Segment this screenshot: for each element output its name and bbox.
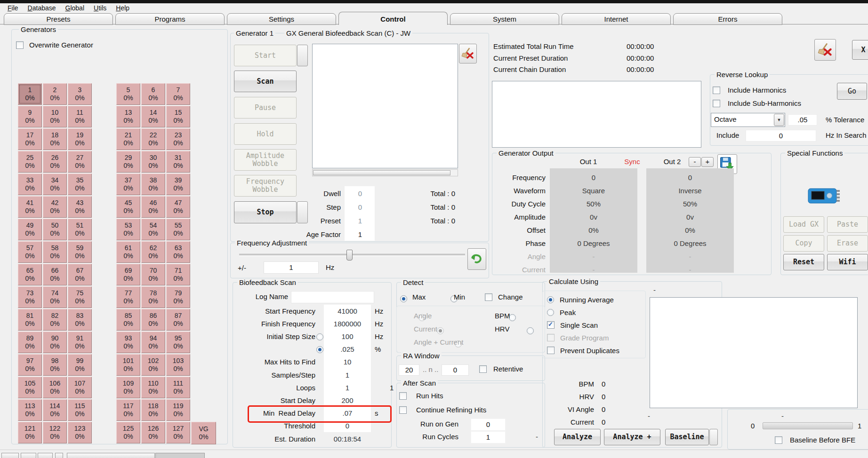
generator-53[interactable]: 530% [116, 219, 140, 240]
tab-system[interactable]: System [450, 13, 559, 25]
generator-10[interactable]: 100% [43, 106, 67, 127]
single-scan-checkbox[interactable] [547, 321, 555, 329]
generator-127[interactable]: 1270% [166, 422, 190, 443]
include-harmonics-checkbox[interactable] [713, 87, 720, 94]
generator-65[interactable]: 650% [18, 264, 42, 285]
generator-106[interactable]: 1060% [43, 377, 67, 398]
tab-internet[interactable]: Internet [562, 13, 671, 25]
generator-97[interactable]: 970% [18, 354, 42, 376]
bfs-value[interactable]: .025 [324, 345, 371, 353]
generator-38[interactable]: 380% [141, 174, 165, 195]
tab-presets[interactable]: Presets [4, 13, 113, 25]
bottom-stub-button[interactable] [1, 453, 19, 458]
generator-61[interactable]: 610% [116, 241, 140, 263]
analyze-plus-button[interactable]: Analyze + [604, 429, 660, 445]
ra-window-value1[interactable]: 20 [399, 364, 419, 376]
tab-programs[interactable]: Programs [115, 13, 225, 25]
analyze-button[interactable]: Analyze [554, 429, 601, 445]
baseline-side-handle[interactable] [709, 429, 718, 445]
start-side-handle[interactable] [297, 45, 308, 66]
tab-settings[interactable]: Settings [227, 13, 336, 25]
generator-81[interactable]: 810% [18, 309, 42, 331]
detect-hrv-radio[interactable] [527, 327, 534, 334]
generator-15[interactable]: 150% [166, 106, 190, 127]
generator-14[interactable]: 140% [141, 106, 165, 127]
initial-step-radio[interactable] [316, 333, 323, 340]
generator-73[interactable]: 730% [18, 286, 42, 308]
generator-95[interactable]: 950% [166, 332, 190, 353]
bfs-value[interactable]: 1800000 [324, 320, 371, 328]
bfs-value[interactable]: 41000 [324, 307, 371, 315]
generator-91[interactable]: 910% [68, 332, 92, 353]
generator-54[interactable]: 540% [141, 219, 165, 240]
generator-62[interactable]: 620% [141, 241, 165, 263]
clear-chain-button[interactable] [814, 39, 836, 61]
bfs-value[interactable]: 0 [324, 422, 371, 430]
select-dropdown-arrow[interactable]: ▼ [774, 114, 784, 126]
generator-117[interactable]: 1170% [116, 399, 140, 421]
frequency-reset-button[interactable] [467, 248, 486, 270]
generator-85[interactable]: 850% [116, 309, 140, 331]
generator-6[interactable]: 60% [141, 83, 165, 105]
generator-2[interactable]: 20% [43, 83, 67, 105]
generator-25[interactable]: 250% [18, 151, 42, 173]
generator-113[interactable]: 1130% [18, 399, 42, 421]
frequency-slider-thumb[interactable] [346, 250, 353, 261]
generator-1[interactable]: 10% [18, 83, 42, 105]
detect-max-radio[interactable] [400, 295, 407, 302]
generator-33[interactable]: 330% [18, 174, 42, 195]
retentive-checkbox[interactable] [479, 365, 487, 373]
run-hits-checkbox[interactable] [399, 392, 407, 400]
generator-58[interactable]: 580% [43, 241, 67, 263]
generator-5[interactable]: 50% [116, 83, 140, 105]
output-minus-button[interactable]: - [689, 157, 701, 167]
tolerance-field[interactable]: .05 [788, 114, 817, 126]
run-cycles-field[interactable]: 1 [471, 431, 506, 443]
generator-74[interactable]: 740% [43, 286, 67, 308]
tab-errors[interactable]: Errors [673, 13, 782, 25]
generator-63[interactable]: 630% [166, 241, 190, 263]
adjust-amount-field[interactable]: 1 [264, 261, 319, 274]
generator-121[interactable]: 1210% [18, 422, 42, 443]
bottom-stub-button[interactable] [155, 453, 205, 458]
generator-41[interactable]: 410% [18, 196, 42, 218]
peak-radio[interactable] [547, 309, 554, 316]
hscrollbar-thumb[interactable] [313, 170, 450, 175]
generator-115[interactable]: 1150% [68, 399, 92, 421]
bottom-stub-button[interactable] [55, 453, 63, 458]
log-name-input[interactable] [291, 291, 374, 303]
bfs-value[interactable]: 1 [324, 371, 371, 379]
ra-window-value2[interactable]: 0 [442, 364, 469, 376]
detect-change-checkbox[interactable] [485, 293, 492, 301]
chain-listbox[interactable] [492, 81, 701, 148]
generator-45[interactable]: 450% [116, 196, 140, 218]
generator-30[interactable]: 300% [141, 151, 165, 173]
generator-47[interactable]: 470% [166, 196, 190, 218]
prevent-duplicates-checkbox[interactable] [547, 347, 555, 354]
generator-82[interactable]: 820% [43, 309, 67, 331]
generator-7[interactable]: 70% [166, 83, 190, 105]
generator-71[interactable]: 710% [166, 264, 190, 285]
generator-102[interactable]: 1020% [141, 354, 165, 376]
continue-refining-checkbox[interactable] [399, 406, 407, 414]
generator-90[interactable]: 900% [43, 332, 67, 353]
generator-19[interactable]: 190% [68, 128, 92, 150]
reset-button[interactable]: Reset [783, 254, 824, 270]
generator-111[interactable]: 1110% [166, 377, 190, 398]
generator-103[interactable]: 1030% [166, 354, 190, 376]
output-plus-button[interactable]: + [701, 157, 714, 167]
generator-22[interactable]: 220% [141, 128, 165, 150]
generator-13[interactable]: 130% [116, 106, 140, 127]
generator-93[interactable]: 930% [116, 332, 140, 353]
generator-75[interactable]: 750% [68, 286, 92, 308]
generator-46[interactable]: 460% [141, 196, 165, 218]
generator-110[interactable]: 1100% [141, 377, 165, 398]
generator-27[interactable]: 270% [68, 151, 92, 173]
generator-126[interactable]: 1260% [141, 422, 165, 443]
generator-35[interactable]: 350% [68, 174, 92, 195]
scan-results-hscrollbar[interactable] [312, 169, 458, 176]
run-on-gen-field[interactable]: 0 [471, 419, 506, 431]
generator-34[interactable]: 340% [43, 174, 67, 195]
clear-results-button[interactable] [459, 44, 477, 63]
bfs-value[interactable]: 10 [324, 358, 371, 366]
